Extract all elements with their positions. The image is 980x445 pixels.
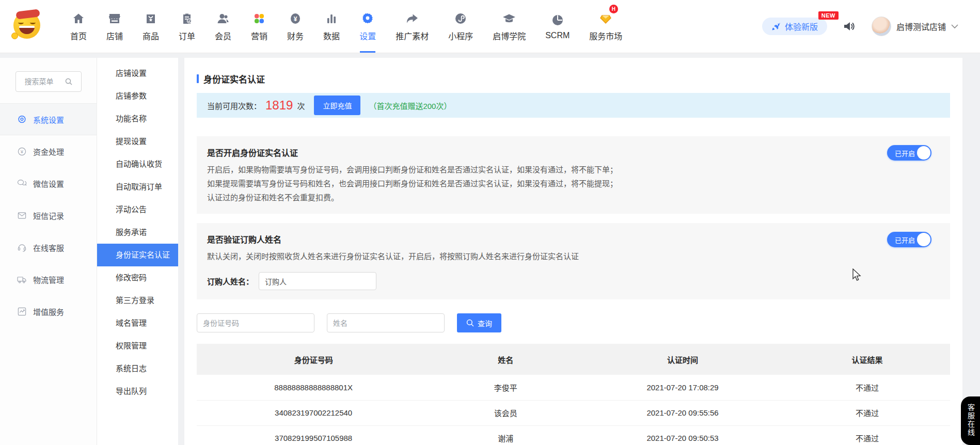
cell-id-number: 370829199507105988 [197,425,430,445]
toggle-knob [917,233,930,246]
store-name: 启博测试店铺 [896,20,946,33]
section-desc-line: 如果提现需要填写身份证号码和姓名，也会调用接口判断身份证和姓名是否通过实名认证，… [207,177,873,190]
nav-label: 推广素材 [396,29,429,42]
nav-item-promotion[interactable]: 推广素材 [394,0,430,53]
nav-item-finance[interactable]: ¥ 财务 [286,0,305,53]
wechat-icon [17,179,27,188]
section-desc-line: 开启后，如果购物需要填写身份证号码，会调用接口判断身份证和姓名是否通过实名认证，… [207,163,873,177]
sidebar-item-value-added[interactable]: 增值服务 [0,295,97,327]
toggle-label: 已开启 [895,148,915,158]
sidebar-item-online-service[interactable]: 在线客服 [0,231,97,263]
submenu-item-change-password[interactable]: 修改密码 [97,266,178,289]
sidebar-item-wechat[interactable]: 微信设置 [0,167,97,199]
query-button[interactable]: 查询 [457,313,501,332]
id-number-input[interactable] [197,313,314,332]
promotion-icon [405,11,419,25]
cell-time: 2021-07-20 09:55:56 [581,400,784,425]
quota-unit: 次 [297,100,305,111]
recharge-button[interactable]: 立即充值 [314,96,360,115]
title-accent-bar [197,74,199,83]
bonus-note: （首次充值赠送200次） [369,100,451,111]
sidebar-item-funds[interactable]: ¥ 资金处理 [0,135,97,167]
cell-time: 2021-07-20 17:08:29 [581,375,784,400]
cell-result: 不通过 [784,400,950,425]
nav-label: 首页 [70,29,87,42]
sidebar-item-logistics[interactable]: 物流管理 [0,263,97,295]
nav-label: 会员 [215,29,231,42]
avatar [872,17,891,36]
enable-verification-toggle[interactable]: 已开启 [887,145,931,161]
try-new-label: 体验新版 [785,20,818,33]
nav-item-academy[interactable]: 启博学院 [492,0,527,53]
content-area: 系统设置 ¥ 资金处理 微信设置 短信记录 在线客服 物流管理 增值服务 店铺设… [0,53,980,445]
nav-item-home[interactable]: 首页 [69,0,88,53]
cell-name: 李俊平 [430,375,581,400]
submenu-item-export-queue[interactable]: 导出队列 [97,380,178,403]
home-icon [72,11,85,25]
table-row: 340823197002212540 该会员 2021-07-20 09:55:… [197,400,950,425]
nav-item-data[interactable]: 数据 [322,0,341,53]
nav-label: 设置 [359,29,376,42]
id-verification-card: 身份证实名认证 当前可用次数： 1819 次 立即充值 （首次充值赠送200次）… [184,58,962,445]
cell-name: 谢浦 [430,425,581,445]
name-input[interactable] [327,313,445,332]
table-row: 88888888888888801X 李俊平 2021-07-20 17:08:… [197,375,950,400]
nav-item-member[interactable]: 会员 [214,0,232,53]
submenu-item-permissions[interactable]: 权限管理 [97,335,178,357]
nav-item-goods[interactable]: 商品 [141,0,160,53]
quota-count: 1819 [265,98,293,113]
nav-item-scrm[interactable]: SCRM [544,0,571,53]
col-header-id: 身份证号码 [197,344,430,375]
try-new-version-button[interactable]: 体验新版 NEW [762,18,827,35]
nav-item-service-market[interactable]: H 服务市场 [588,0,623,53]
page-title: 身份证实名认证 [197,72,950,85]
submenu-item-shop-settings[interactable]: 店铺设置 [97,62,178,85]
nav-item-settings[interactable]: 设置 [358,0,377,53]
announcement-speaker-icon[interactable] [843,20,856,33]
submenu-item-auto-cancel[interactable]: 自动取消订单 [97,176,178,198]
submenu-item-third-party-login[interactable]: 第三方登录 [97,289,178,312]
cell-time: 2021-07-20 09:50:53 [581,425,784,445]
quota-label: 当前可用次数： [207,100,261,111]
submenu-item-id-verification[interactable]: 身份证实名认证 [97,244,178,266]
sidebar-search-input[interactable] [25,77,62,86]
nav-item-marketing[interactable]: 营销 [250,0,268,53]
nav-item-store[interactable]: 店铺 [105,0,124,53]
h-badge: H [609,5,618,13]
customer-service-tab[interactable]: 客服在线 [961,396,980,445]
sidebar-search[interactable] [15,71,82,92]
nav-item-order[interactable]: 订单 [178,0,196,53]
cell-name: 该会员 [430,400,581,425]
submenu-item-floating-notice[interactable]: 浮动公告 [97,198,178,221]
sidebar-item-system-settings[interactable]: 系统设置 [0,103,97,135]
app-logo[interactable] [13,12,42,41]
submenu-item-system-log[interactable]: 系统日志 [97,357,178,380]
submenu-item-service-promise[interactable]: 服务承诺 [97,221,178,244]
nav-label: 订单 [179,29,195,42]
verify-buyer-name-toggle[interactable]: 已开启 [887,232,931,247]
trend-icon [17,307,27,316]
sidebar-item-sms[interactable]: 短信记录 [0,199,97,231]
svg-text:¥: ¥ [294,15,297,22]
cell-id-number: 88888888888888801X [197,375,430,400]
account-menu[interactable]: 启博测试店铺 [872,17,958,36]
data-icon [325,11,338,25]
submenu-item-shop-params[interactable]: 店铺参数 [97,85,178,107]
toggle-knob [917,146,930,160]
query-button-label: 查询 [478,318,492,328]
truck-icon [17,275,27,284]
cell-id-number: 340823197002212540 [197,400,430,425]
submenu-item-auto-confirm[interactable]: 自动确认收货 [97,153,178,176]
buyer-name-input[interactable] [259,272,376,290]
submenu-item-domain[interactable]: 域名管理 [97,312,178,335]
nav-item-mini-program[interactable]: 小程序 [447,0,474,53]
cell-result: 不通过 [784,375,950,400]
record-search-row: 查询 [197,313,950,332]
yuan-coin-icon: ¥ [17,147,27,156]
submenu-item-feature-names[interactable]: 功能名称 [97,107,178,130]
verification-records-table: 身份证号码 姓名 认证时间 认证结果 88888888888888801X 李俊… [197,344,950,445]
academy-icon [502,11,516,25]
toggle-label: 已开启 [895,235,915,245]
submenu-item-withdraw-settings[interactable]: 提现设置 [97,130,178,153]
sidebar-item-label: 系统设置 [33,114,64,125]
